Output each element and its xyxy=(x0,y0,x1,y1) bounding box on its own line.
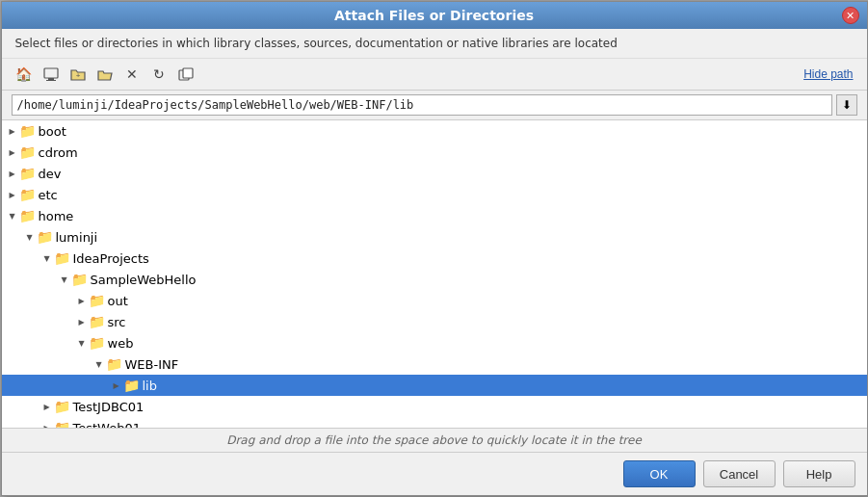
close-button[interactable]: ✕ xyxy=(842,7,859,24)
tree-toggle[interactable] xyxy=(6,167,19,180)
tree-toggle[interactable] xyxy=(75,336,89,350)
tree-row[interactable]: 📁dev xyxy=(2,163,867,184)
tree-toggle[interactable] xyxy=(40,400,54,413)
tree-toggle[interactable] xyxy=(40,421,54,429)
open-folder-button[interactable] xyxy=(92,64,118,85)
tree-label: SampleWebHello xyxy=(91,273,197,287)
folder-icon: 📁 xyxy=(19,208,36,223)
folder-icon: 📁 xyxy=(71,272,88,287)
tree-row[interactable]: 📁boot xyxy=(2,120,867,142)
attach-dialog: Attach Files or Directories ✕ Select fil… xyxy=(1,1,868,496)
folder-icon: 📁 xyxy=(89,335,105,351)
tree-toggle[interactable] xyxy=(6,124,19,138)
tree-row[interactable]: 📁home xyxy=(2,205,867,226)
folder-icon: 📁 xyxy=(54,250,70,266)
folder-icon: 📁 xyxy=(19,187,36,202)
tree-label: out xyxy=(108,294,128,308)
tree-label: WEB-INF xyxy=(125,357,179,372)
tree-toggle[interactable] xyxy=(6,209,19,222)
tree-label: cdrom xyxy=(39,145,78,160)
tree-toggle[interactable] xyxy=(6,145,19,159)
folder-icon: 📁 xyxy=(19,166,36,181)
new-folder-button[interactable]: + xyxy=(66,64,91,85)
tree-row[interactable]: 📁SampleWebHello xyxy=(2,269,867,290)
tree-label: boot xyxy=(39,124,66,139)
folder-icon: 📁 xyxy=(19,144,36,160)
path-bar: ⬇ xyxy=(2,91,867,120)
tree-label: home xyxy=(39,209,74,223)
file-tree[interactable]: 📁boot📁cdrom📁dev📁etc📁home📁luminji📁IdeaPro… xyxy=(2,120,867,429)
tree-label: web xyxy=(108,336,134,351)
subtitle-text: Select files or directories in which lib… xyxy=(2,29,867,59)
tree-toggle[interactable] xyxy=(110,379,123,392)
tree-toggle[interactable] xyxy=(6,188,19,201)
tree-row[interactable]: 📁WEB-INF xyxy=(2,353,867,375)
help-button[interactable]: Help xyxy=(783,460,855,487)
tree-label: luminji xyxy=(56,230,98,245)
tree-row[interactable]: 📁etc xyxy=(2,184,867,205)
folder-icon: 📁 xyxy=(54,420,70,429)
tree-toggle[interactable] xyxy=(75,294,89,307)
folder-icon: 📁 xyxy=(54,399,70,414)
home-button[interactable]: 🏠 xyxy=(12,64,37,85)
drag-hint: Drag and drop a file into the space abov… xyxy=(2,429,867,453)
folder-icon: 📁 xyxy=(19,123,36,139)
folder-icon: 📁 xyxy=(123,378,140,393)
tree-row[interactable]: 📁TestJDBC01 xyxy=(2,396,867,417)
tree-label: TestJDBC01 xyxy=(73,400,145,414)
cancel-button[interactable]: Cancel xyxy=(703,460,776,487)
svg-rect-0 xyxy=(44,68,58,78)
folder-icon: 📁 xyxy=(89,293,105,308)
download-path-button[interactable]: ⬇ xyxy=(836,94,857,116)
tree-label: IdeaProjects xyxy=(73,251,149,266)
svg-rect-2 xyxy=(46,80,56,81)
refresh-button[interactable]: ↻ xyxy=(146,64,171,85)
tree-label: etc xyxy=(39,188,58,202)
ok-button[interactable]: OK xyxy=(623,460,696,487)
folder-icon: 📁 xyxy=(37,229,53,245)
tree-row[interactable]: 📁luminji xyxy=(2,226,867,248)
tree-row[interactable]: 📁TestWeb01 xyxy=(2,417,867,429)
tree-label: TestWeb01 xyxy=(73,421,141,430)
tree-toggle[interactable] xyxy=(58,273,71,286)
titlebar: Attach Files or Directories ✕ xyxy=(2,2,867,29)
tree-row[interactable]: 📁lib xyxy=(2,375,867,396)
path-input[interactable] xyxy=(12,94,832,116)
svg-rect-5 xyxy=(183,68,193,78)
tree-row[interactable]: 📁IdeaProjects xyxy=(2,248,867,269)
footer: OK Cancel Help xyxy=(2,453,867,495)
toolbar: 🏠 + ✕ ↻ Hide path xyxy=(2,59,867,91)
dialog-title: Attach Files or Directories xyxy=(334,8,534,23)
tree-label: lib xyxy=(143,379,157,393)
tree-label: src xyxy=(108,315,126,329)
copy-button[interactable] xyxy=(173,64,198,85)
folder-icon: 📁 xyxy=(106,356,122,372)
tree-row[interactable]: 📁cdrom xyxy=(2,142,867,163)
tree-toggle[interactable] xyxy=(40,251,54,265)
svg-text:+: + xyxy=(75,71,80,80)
tree-toggle[interactable] xyxy=(92,357,106,371)
desktop-button[interactable] xyxy=(39,64,64,85)
delete-button[interactable]: ✕ xyxy=(119,64,145,85)
tree-row[interactable]: 📁web xyxy=(2,332,867,353)
svg-rect-1 xyxy=(48,78,54,80)
tree-row[interactable]: 📁out xyxy=(2,290,867,311)
hide-path-button[interactable]: Hide path xyxy=(800,67,856,81)
tree-toggle[interactable] xyxy=(23,230,37,244)
tree-row[interactable]: 📁src xyxy=(2,311,867,332)
tree-toggle[interactable] xyxy=(75,315,89,328)
tree-label: dev xyxy=(39,167,62,181)
folder-icon: 📁 xyxy=(89,314,105,329)
